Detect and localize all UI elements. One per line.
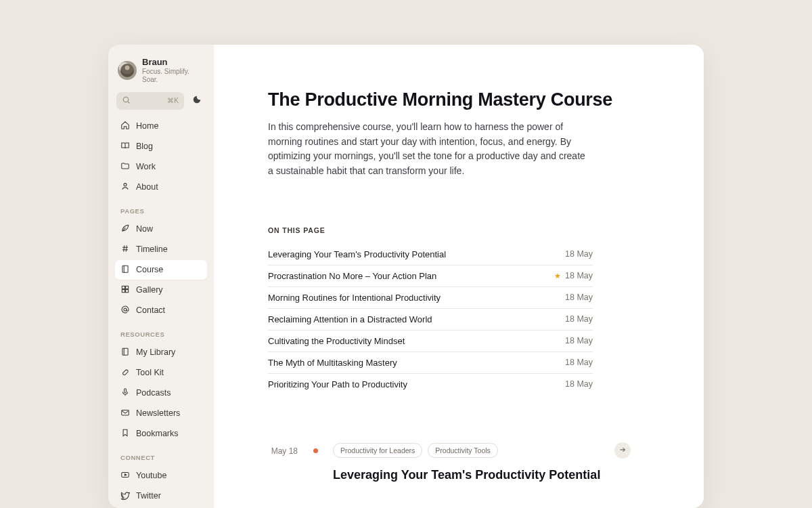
svg-rect-2 (122, 266, 128, 272)
nav-item-toolkit[interactable]: Tool Kit (115, 363, 207, 383)
otp-item[interactable]: Cultivating the Productivity Mindset 18 … (268, 331, 593, 352)
leaf-icon (120, 224, 130, 235)
nav-item-contact[interactable]: Contact (115, 301, 207, 320)
otp-date: 18 May (565, 336, 593, 345)
svg-point-7 (124, 308, 127, 311)
otp-title: Morning Routines for Intentional Product… (268, 293, 441, 303)
article-preview: May 18 Productivity for Leaders Producti… (268, 442, 663, 482)
on-this-page-label: ON THIS PAGE (268, 226, 663, 234)
open-article-button[interactable] (614, 442, 631, 459)
timeline-marker (311, 448, 319, 453)
nav-item-youtube[interactable]: Youtube (115, 466, 207, 486)
article-title: Leveraging Your Team's Productivity Pote… (333, 468, 663, 482)
nav-label: Youtube (136, 471, 166, 480)
wrench-icon (120, 367, 130, 379)
nav-label: Home (136, 121, 158, 131)
nav-label: Gallery (136, 285, 163, 295)
article-tags: Productivity for Leaders Productivity To… (333, 443, 498, 458)
search-input[interactable]: ⌘K (116, 92, 184, 110)
nav-label: Work (136, 162, 156, 171)
theme-toggle[interactable] (188, 92, 206, 110)
tag[interactable]: Productivity Tools (428, 443, 498, 458)
nav-label: My Library (136, 347, 175, 357)
otp-title: Reclaiming Attention in a Distracted Wor… (268, 314, 432, 324)
nav-item-library[interactable]: My Library (115, 343, 207, 362)
article-date: May 18 (268, 446, 298, 456)
otp-date: 18 May (565, 293, 593, 302)
twitter-icon (120, 490, 130, 502)
grid-icon (120, 284, 130, 296)
brand-tagline: Focus. Simplify. Soar. (142, 68, 204, 84)
folder-icon (120, 161, 130, 173)
otp-date: 18 May (565, 271, 593, 280)
nav-label: Timeline (136, 245, 168, 254)
search-icon (122, 96, 131, 106)
library-icon (120, 347, 130, 358)
otp-item[interactable]: Leveraging Your Team's Productivity Pote… (268, 244, 593, 266)
nav-item-gallery[interactable]: Gallery (115, 280, 207, 300)
nav-item-blog[interactable]: Blog (115, 137, 207, 156)
svg-rect-6 (126, 289, 129, 292)
otp-date: 18 May (565, 379, 593, 389)
nav-item-course[interactable]: Course (115, 260, 207, 280)
section-title-pages: PAGES (115, 198, 207, 219)
nav-item-podcasts[interactable]: Podcasts (115, 383, 207, 403)
nav-label: About (136, 182, 158, 192)
otp-item[interactable]: Prioritizing Your Path to Productivity 1… (268, 374, 593, 395)
otp-item[interactable]: Procrastination No More – Your Action Pl… (268, 266, 593, 287)
hash-icon (120, 244, 130, 255)
nav-item-newsletters[interactable]: Newsletters (115, 404, 207, 423)
nav-label: Twitter (136, 491, 161, 501)
book-open-icon (120, 264, 130, 276)
otp-title: Cultivating the Productivity Mindset (268, 336, 405, 346)
nav-item-twitter[interactable]: Twitter (115, 486, 207, 506)
otp-title: Leveraging Your Team's Productivity Pote… (268, 249, 446, 259)
nav-item-work[interactable]: Work (115, 157, 207, 177)
svg-rect-8 (122, 348, 128, 355)
mic-icon (120, 387, 130, 399)
nav-item-home[interactable]: Home (115, 117, 207, 136)
nav-label: Blog (136, 142, 153, 151)
svg-rect-3 (122, 286, 125, 289)
otp-item[interactable]: The Myth of Multitasking Mastery 18 May (268, 352, 593, 374)
arrow-right-icon (618, 444, 627, 457)
nav-item-now[interactable]: Now (115, 219, 207, 239)
otp-date: 18 May (565, 314, 593, 324)
nav-label: Bookmarks (136, 429, 179, 438)
otp-item[interactable]: Morning Routines for Intentional Product… (268, 287, 593, 309)
page-description: In this comprehensive course, you'll lea… (268, 120, 593, 179)
on-this-page-list: Leveraging Your Team's Productivity Pote… (268, 244, 593, 395)
search-shortcut: ⌘K (167, 97, 179, 104)
section-title-connect: CONNECT (115, 444, 207, 465)
book-icon (120, 141, 130, 152)
main-content: The Productive Morning Mastery Course In… (214, 45, 704, 508)
nav-label: Contact (136, 305, 165, 315)
nav-label: Newsletters (136, 408, 180, 418)
otp-date: 18 May (565, 249, 593, 259)
person-icon (120, 182, 130, 193)
moon-icon (192, 95, 202, 106)
otp-title: Prioritizing Your Path to Productivity (268, 379, 407, 389)
nav-label: Course (136, 265, 163, 274)
timeline-dot-icon (313, 448, 318, 453)
home-icon (120, 121, 130, 132)
svg-point-0 (123, 97, 129, 102)
svg-rect-4 (126, 286, 129, 289)
svg-rect-9 (125, 388, 127, 392)
tag[interactable]: Productivity for Leaders (333, 443, 422, 458)
nav-label: Podcasts (136, 388, 171, 398)
otp-title: The Myth of Multitasking Mastery (268, 358, 397, 368)
nav-item-timeline[interactable]: Timeline (115, 240, 207, 259)
nav-item-about[interactable]: About (115, 177, 207, 197)
youtube-icon (120, 470, 130, 482)
section-title-resources: RESOURCES (115, 321, 207, 342)
otp-item[interactable]: Reclaiming Attention in a Distracted Wor… (268, 309, 593, 331)
page-title: The Productive Morning Mastery Course (268, 89, 663, 110)
mail-icon (120, 408, 130, 419)
nav-label: Now (136, 224, 153, 234)
nav-item-bookmarks[interactable]: Bookmarks (115, 424, 207, 444)
otp-date: 18 May (565, 358, 593, 367)
otp-title: Procrastination No More – Your Action Pl… (268, 271, 436, 281)
svg-point-1 (124, 183, 127, 186)
bookmark-icon (120, 428, 130, 440)
